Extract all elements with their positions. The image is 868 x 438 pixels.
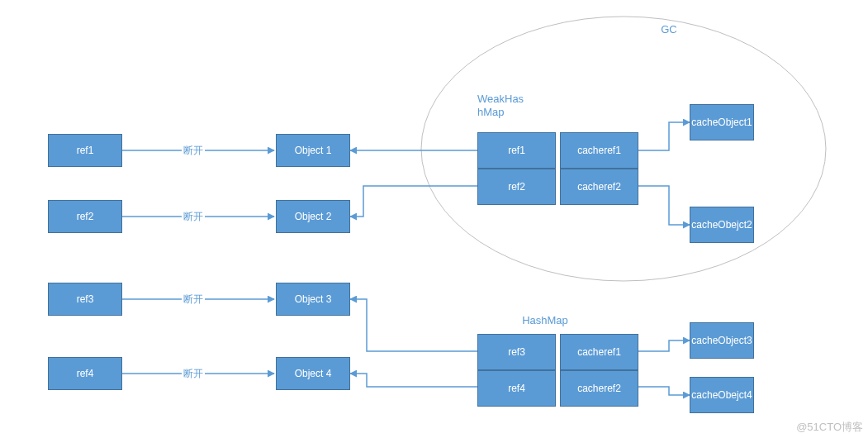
node-cacheobejct2: cacheObejct2 xyxy=(690,207,754,243)
weakhashmap-label-line1: WeakHas xyxy=(477,93,524,105)
whm-val-cacheref2: cacheref2 xyxy=(560,169,638,205)
whm-key-ref1: ref1 xyxy=(477,132,556,169)
whm-val-cacheref1: cacheref1 xyxy=(560,132,638,169)
hashmap-label: HashMap xyxy=(512,314,578,327)
node-object4: Object 4 xyxy=(276,357,350,390)
node-ref1-ext: ref1 xyxy=(48,134,122,167)
node-cacheobject3: cacheObject3 xyxy=(690,322,754,359)
node-ref2-ext: ref2 xyxy=(48,200,122,233)
edge-break-4: 断开 xyxy=(182,367,205,381)
watermark: @51CTO博客 xyxy=(796,420,863,435)
node-object2: Object 2 xyxy=(276,200,350,233)
gc-label: GC xyxy=(652,23,685,36)
weakhashmap-label: WeakHas hMap xyxy=(477,93,535,118)
weakhashmap-label-line2: hMap xyxy=(477,106,505,118)
node-object3: Object 3 xyxy=(276,283,350,316)
edge-break-3: 断开 xyxy=(182,293,205,307)
hm-val-cacheref2: cacheref2 xyxy=(560,370,638,407)
whm-key-ref2: ref2 xyxy=(477,169,556,205)
node-ref3-ext: ref3 xyxy=(48,283,122,316)
edge-break-2: 断开 xyxy=(182,210,205,224)
hm-val-cacheref1: cacheref1 xyxy=(560,334,638,370)
hm-key-ref3: ref3 xyxy=(477,334,556,370)
node-ref4-ext: ref4 xyxy=(48,357,122,390)
node-cacheobject1: cacheObject1 xyxy=(690,104,754,140)
hm-key-ref4: ref4 xyxy=(477,370,556,407)
node-cacheobejct4: cacheObejct4 xyxy=(690,377,754,413)
node-object1: Object 1 xyxy=(276,134,350,167)
edge-break-1: 断开 xyxy=(182,144,205,158)
